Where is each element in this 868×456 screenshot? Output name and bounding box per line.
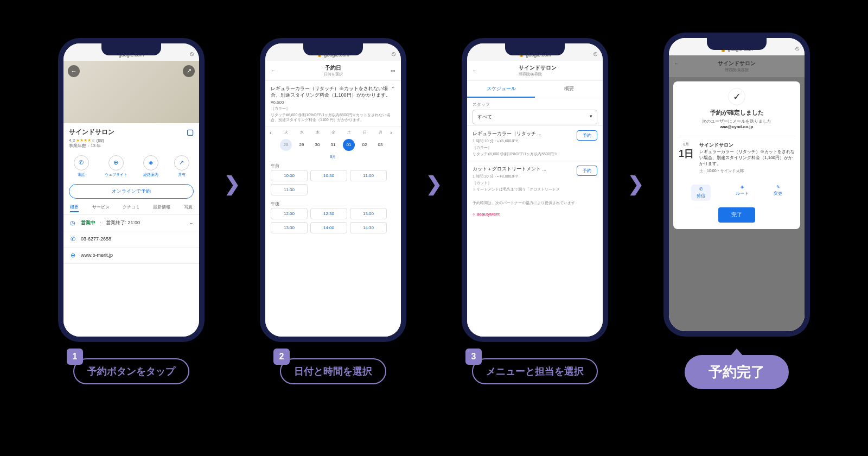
confirmation-title: 予約が確定しました	[679, 109, 795, 117]
prev-week-icon[interactable]: ‹	[270, 129, 276, 136]
phone-icon: ✆	[74, 155, 89, 170]
chevron-down-icon: ⌄	[189, 220, 194, 225]
back-icon[interactable]: ←	[271, 68, 276, 73]
back-icon: ←	[674, 61, 679, 66]
business-years: 事業年数：13 年	[69, 143, 194, 149]
rating-row: 4.2 ★★★★☆ (68)	[69, 138, 194, 143]
tab-overview[interactable]: 概要	[70, 204, 79, 212]
staff-dropdown[interactable]: すべて ▾	[473, 110, 597, 124]
phone-step-2: 🔒 google.com ⎋ ← 予約日 日時を選択 ▭	[260, 38, 406, 342]
step-1-badge: 1 予約ボタンをタップ	[73, 358, 189, 384]
date-cell[interactable]: 31	[327, 142, 339, 147]
checkmark-icon: ✓	[728, 88, 745, 105]
directions-icon: ◈	[741, 185, 744, 189]
website-row[interactable]: ⊕ www.b-merit.jp	[63, 248, 199, 264]
time-slot[interactable]: 12:00	[271, 208, 308, 219]
menu-item: カット＋グロストリートメント ... 1 時間 30 分・• ¥8,800JPY…	[467, 161, 603, 196]
page-title: 予約日	[324, 64, 343, 72]
time-slot[interactable]: 14:00	[310, 222, 347, 233]
page-title: サインドサロン	[519, 64, 557, 72]
globe-icon: ⊕	[69, 252, 76, 259]
phone-step-3: 🔒 google.com ⎋ ← サインドサロン 理容院/美容院 スケジュ	[462, 38, 608, 342]
directions-icon: ◈	[143, 155, 158, 170]
call-button[interactable]: ✆電話	[74, 155, 89, 178]
reserve-button[interactable]: 予約	[577, 166, 597, 176]
calendar-day-header: ‹ 火水木金土日月 ›	[265, 127, 401, 138]
next-week-icon[interactable]: ›	[390, 129, 397, 136]
tab-updates[interactable]: 最新情報	[153, 204, 170, 212]
time-slot[interactable]: 12:30	[310, 208, 347, 219]
time-slot[interactable]: 13:00	[350, 208, 387, 219]
calendar-icon[interactable]: ▭	[391, 68, 395, 73]
confirmation-card: ✓ 予約が確定しました 次のユーザーにメールを送りました aaa@cynd.co…	[673, 81, 800, 229]
route-button[interactable]: ◈ルート	[736, 185, 749, 201]
phone-icon: ✆	[69, 236, 76, 243]
chevron-up-icon[interactable]: ⌃	[391, 85, 395, 99]
menu-item: レギュラーカラー（リタッチ ... 1 時間 10 分・• ¥6,600JPY …	[467, 125, 603, 161]
change-button[interactable]: ✎変更	[774, 185, 782, 201]
arrow-icon: ❯	[624, 173, 647, 195]
confirmation-email: aaa@cynd.co.jp	[679, 124, 795, 129]
call-button[interactable]: ✆発信	[691, 185, 711, 201]
tab-reviews[interactable]: クチコミ	[123, 204, 140, 212]
tab-schedule[interactable]: スケジュール	[467, 81, 535, 98]
date-cell[interactable]: 03	[374, 142, 386, 147]
arrow-icon: ❯	[423, 173, 445, 195]
reserve-button[interactable]: 予約	[577, 130, 597, 141]
time-slot[interactable]: 10:30	[310, 170, 347, 181]
service-name: レギュラーカラー（リタッチ）※カットをされない場合、別途スタイリング料金（1,1…	[271, 85, 391, 99]
step-2-badge: 2 日付と時間を選択	[280, 358, 386, 384]
phone-icon: ✆	[699, 187, 703, 192]
website-button[interactable]: ⊕ウェブサイト	[105, 155, 127, 178]
arrow-icon: ❯	[221, 173, 244, 195]
tab-service[interactable]: サービス	[92, 204, 110, 212]
date-cell[interactable]: 28	[280, 139, 292, 151]
phone-row[interactable]: ✆ 03-6277-2658	[63, 231, 199, 248]
date-cell[interactable]: 29	[296, 142, 308, 147]
step-3-badge: 3 メニューと担当を選択	[472, 358, 598, 384]
share-icon: ↗	[174, 155, 189, 170]
globe-icon: ⊕	[108, 155, 124, 170]
share-button[interactable]: ↗共有	[174, 155, 189, 178]
time-slot[interactable]: 13:30	[271, 222, 308, 233]
phone-step-1: google.com ⎋ ← ↗ サインドサロン ▢ 4.2 ★★★	[58, 38, 205, 342]
tab-overview[interactable]: 概要	[535, 81, 603, 98]
date-cell-selected[interactable]: 01	[343, 139, 355, 151]
chevron-down-icon: ▾	[590, 113, 592, 121]
business-name: サインドサロン	[69, 128, 114, 137]
time-slot[interactable]: 14:30	[350, 222, 387, 233]
partner-note: 予約時間は、次のパートナーの協力により提供されています：	[467, 196, 603, 210]
share-icon[interactable]: ⎋	[190, 50, 194, 58]
hero-image: ← ↗	[63, 61, 199, 123]
time-slot[interactable]: 11:30	[271, 184, 308, 195]
edit-icon: ✎	[776, 185, 780, 189]
hours-row[interactable]: ◷ 営業中 · 営業終了: 21:00 ⌄	[63, 215, 199, 231]
share-icon[interactable]: ⎋	[392, 50, 395, 58]
beautymerit-logo: ⟐ BeautyMerit	[467, 210, 603, 219]
final-badge: 予約完了	[685, 355, 789, 389]
time-slot[interactable]: 11:00	[350, 170, 387, 181]
date-cell[interactable]: 02	[359, 142, 371, 147]
back-icon[interactable]: ←	[68, 65, 80, 77]
date-cell[interactable]: 30	[311, 142, 323, 147]
share-icon[interactable]: ⎋	[593, 50, 597, 58]
dimmed-header: ← サインドサロン 理容院/美容院	[669, 55, 805, 77]
hero-share-icon[interactable]: ↗	[183, 65, 195, 77]
bookmark-icon[interactable]: ▢	[187, 128, 194, 136]
phone-step-4: 🔒 google.com ⎋ ← サインドサロン 理容院/美容院 ✓ 予約が確定	[663, 33, 810, 337]
done-button[interactable]: 完了	[718, 207, 755, 223]
share-icon[interactable]: ⎋	[795, 45, 799, 52]
tab-photos[interactable]: 写真	[184, 204, 193, 212]
reserve-online-button[interactable]: オンラインで予約	[69, 184, 194, 199]
time-slot[interactable]: 10:00	[271, 170, 308, 181]
back-icon[interactable]: ←	[473, 68, 477, 73]
clock-icon: ◷	[69, 219, 76, 226]
directions-button[interactable]: ◈経路案内	[143, 155, 158, 178]
